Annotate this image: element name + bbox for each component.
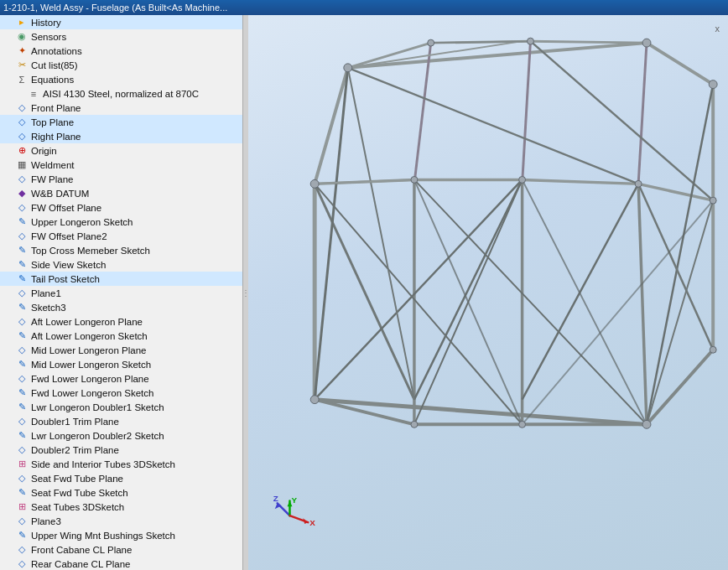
tree-item-aft-lower-plane[interactable]: ◇ Aft Lower Longeron Plane xyxy=(0,314,242,329)
svg-point-53 xyxy=(710,197,716,204)
tree-label-top-cross: Top Cross Memeber Sketch xyxy=(31,246,150,256)
tree-item-mid-lower-plane[interactable]: ◇ Mid Lower Longeron Plane xyxy=(0,343,242,357)
tree-item-wb-datum[interactable]: ◆ W&B DATUM xyxy=(0,186,242,200)
tree-item-fwd-lower-sketch[interactable]: ✎ Fwd Lower Longeron Sketch xyxy=(0,386,242,400)
main-container: ▸ History ◉ Sensors ✦ Annotations ✂ Cut … xyxy=(0,15,728,570)
tree-label-lwr-doubler2: Lwr Longeron Doubler2 Sketch xyxy=(31,431,164,441)
tree-label-fwd-lower-plane: Fwd Lower Longeron Plane xyxy=(31,374,149,384)
tree-label-mid-lower-plane: Mid Lower Longeron Plane xyxy=(31,345,146,355)
tree-label-seat-fwd-plane: Seat Fwd Tube Plane xyxy=(31,474,123,484)
tree-icon-doubler1-trim: ◇ xyxy=(15,415,29,428)
tree-label-rear-cabane: Rear Cabane CL Plane xyxy=(31,559,130,569)
tree-label-plane3: Plane3 xyxy=(31,516,61,526)
tree-item-material[interactable]: ≡ AISI 4130 Steel, normalized at 870C xyxy=(0,86,242,101)
tree-item-lwr-doubler1[interactable]: ✎ Lwr Longeron Doubler1 Sketch xyxy=(0,400,242,414)
tree-item-origin[interactable]: ⊕ Origin xyxy=(0,143,242,158)
svg-line-4 xyxy=(647,350,713,424)
tree-item-side-view[interactable]: ✎ Side View Sketch xyxy=(0,257,242,272)
svg-line-42 xyxy=(523,179,647,424)
tree-item-side-interior[interactable]: ⊞ Side and Interior Tubes 3DSketch xyxy=(0,457,242,471)
tree-item-weldment[interactable]: ▦ Weldment xyxy=(0,158,242,172)
tree-icon-fwd-lower-plane: ◇ xyxy=(15,372,29,386)
svg-line-29 xyxy=(315,184,522,424)
svg-line-27 xyxy=(523,184,639,399)
tree-item-tail-post[interactable]: ✎ Tail Post Sketch xyxy=(0,272,242,286)
tree-item-seat-fwd-sketch[interactable]: ✎ Seat Fwd Tube Sketch xyxy=(0,485,242,500)
tree-label-lwr-doubler1: Lwr Longeron Doubler1 Sketch xyxy=(31,402,164,412)
title-text: 1-210-1, Weld Assy - Fuselage (As Built<… xyxy=(3,3,227,13)
tree-label-material: AISI 4130 Steel, normalized at 870C xyxy=(43,89,199,99)
tree-item-rear-cabane[interactable]: ◇ Rear Cabane CL Plane xyxy=(0,557,242,570)
tree-item-sketch3[interactable]: ✎ Sketch3 xyxy=(0,300,242,314)
svg-line-2 xyxy=(647,43,713,84)
tree-icon-seat-fwd-plane: ◇ xyxy=(15,472,29,485)
tree-item-plane1[interactable]: ◇ Plane1 xyxy=(0,286,242,300)
tree-icon-sketch3: ✎ xyxy=(15,301,29,314)
feature-tree[interactable]: ▸ History ◉ Sensors ✦ Annotations ✂ Cut … xyxy=(0,15,243,570)
tree-icon-equations: Σ xyxy=(15,73,29,86)
tree-item-top-cross[interactable]: ✎ Top Cross Memeber Sketch xyxy=(0,243,242,257)
tree-item-fw-offset2[interactable]: ◇ FW Offset Plane2 xyxy=(0,229,242,243)
tree-item-equations[interactable]: Σ Equations xyxy=(0,72,242,86)
tree-item-top-plane[interactable]: ◇ Top Plane xyxy=(0,115,242,129)
svg-line-40 xyxy=(647,200,713,424)
tree-item-seat-tubes[interactable]: ⊞ Seat Tubes 3DSketch xyxy=(0,500,242,514)
tree-item-lwr-doubler2[interactable]: ✎ Lwr Longeron Doubler2 Sketch xyxy=(0,428,242,443)
tree-label-aft-lower-plane: Aft Lower Longeron Plane xyxy=(31,317,143,327)
tree-item-front-plane[interactable]: ◇ Front Plane xyxy=(0,101,242,115)
svg-point-50 xyxy=(411,176,418,183)
tree-label-doubler1-trim: Doubler1 Trim Plane xyxy=(31,417,119,427)
tree-label-plane1: Plane1 xyxy=(31,288,61,298)
tree-label-top-plane: Top Plane xyxy=(31,117,74,127)
tree-item-right-plane[interactable]: ◇ Right Plane xyxy=(0,129,242,143)
tree-item-annotations[interactable]: ✦ Annotations xyxy=(0,44,242,58)
tree-label-fw-plane: FW Plane xyxy=(31,174,74,184)
tree-item-history[interactable]: ▸ History xyxy=(0,15,242,29)
tree-label-seat-tubes: Seat Tubes 3DSketch xyxy=(31,502,124,512)
tree-item-plane3[interactable]: ◇ Plane3 xyxy=(0,514,242,528)
tree-icon-plane3: ◇ xyxy=(15,515,29,528)
tree-item-doubler2-trim[interactable]: ◇ Doubler2 Trim Plane xyxy=(0,443,242,457)
tree-item-cutlist[interactable]: ✂ Cut list(85) xyxy=(0,58,242,72)
tree-item-fw-plane[interactable]: ◇ FW Plane xyxy=(0,172,242,186)
tree-label-front-cabane: Front Cabane CL Plane xyxy=(31,545,132,555)
tree-icon-aft-lower-sketch: ✎ xyxy=(15,329,29,343)
tree-label-side-interior: Side and Interior Tubes 3DSketch xyxy=(31,459,175,469)
tree-label-equations: Equations xyxy=(31,75,74,85)
tree-item-aft-lower-sketch[interactable]: ✎ Aft Lower Longeron Sketch xyxy=(0,329,242,343)
tree-icon-side-view: ✎ xyxy=(15,258,29,272)
svg-line-18 xyxy=(315,184,414,399)
svg-line-43 xyxy=(523,200,714,424)
tree-icon-weldment: ▦ xyxy=(15,158,29,172)
tree-item-fw-offset[interactable]: ◇ FW Offset Plane xyxy=(0,200,242,215)
tree-item-sensors[interactable]: ◉ Sensors xyxy=(0,29,242,44)
tree-item-front-cabane[interactable]: ◇ Front Cabane CL Plane xyxy=(0,542,242,557)
svg-line-12 xyxy=(523,41,531,184)
tree-label-upper-longeron: Upper Longeron Sketch xyxy=(31,217,133,227)
tree-label-doubler2-trim: Doubler2 Trim Plane xyxy=(31,445,119,455)
tree-item-mid-lower-sketch[interactable]: ✎ Mid Lower Longeron Sketch xyxy=(0,357,242,371)
tree-icon-front-cabane: ◇ xyxy=(15,543,29,557)
svg-line-16 xyxy=(523,179,639,184)
tree-item-upper-wing[interactable]: ✎ Upper Wing Mnt Bushings Sketch xyxy=(0,528,242,542)
tree-icon-lwr-doubler1: ✎ xyxy=(15,401,29,414)
tree-item-seat-fwd-plane[interactable]: ◇ Seat Fwd Tube Plane xyxy=(0,471,242,485)
tree-icon-lwr-doubler2: ✎ xyxy=(15,429,29,443)
tree-icon-seat-fwd-sketch: ✎ xyxy=(15,486,29,500)
tree-icon-sensors: ◉ xyxy=(15,30,29,44)
viewport[interactable]: x xyxy=(248,15,728,570)
svg-point-51 xyxy=(519,176,526,183)
tree-label-annotations: Annotations xyxy=(31,46,82,56)
tree-label-aft-lower-sketch: Aft Lower Longeron Sketch xyxy=(31,331,148,341)
svg-line-38 xyxy=(647,85,713,425)
tree-icon-upper-wing: ✎ xyxy=(15,529,29,542)
tree-item-fwd-lower-plane[interactable]: ◇ Fwd Lower Longeron Plane xyxy=(0,371,242,386)
svg-line-26 xyxy=(414,179,523,399)
title-bar: 1-210-1, Weld Assy - Fuselage (As Built<… xyxy=(0,0,728,15)
svg-text:Y: Y xyxy=(291,495,297,505)
tree-item-upper-longeron[interactable]: ✎ Upper Longeron Sketch xyxy=(0,215,242,229)
tree-icon-fw-offset2: ◇ xyxy=(15,230,29,243)
tree-icon-origin: ⊕ xyxy=(15,144,29,158)
tree-item-doubler1-trim[interactable]: ◇ Doubler1 Trim Plane xyxy=(0,414,242,428)
tree-icon-doubler2-trim: ◇ xyxy=(15,443,29,457)
